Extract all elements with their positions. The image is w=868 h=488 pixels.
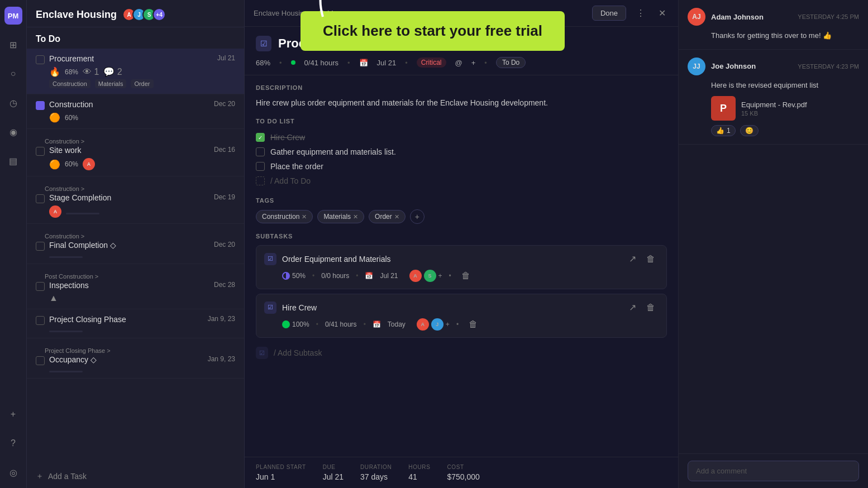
avatar-sm: A xyxy=(49,205,61,218)
subtask-group-label: Construction > xyxy=(36,182,235,193)
attachment-info: Equipment - Rev.pdf 15 KB xyxy=(741,101,807,117)
clock-icon[interactable]: ◷ xyxy=(4,94,22,112)
subtask-progress: 50% xyxy=(292,272,306,280)
task-checkbox[interactable] xyxy=(36,147,45,156)
column-label: To Do xyxy=(27,27,244,49)
inbox-icon[interactable]: ○ xyxy=(4,65,22,83)
progress-ring: 100% xyxy=(282,320,309,328)
done-button[interactable]: Done xyxy=(592,6,626,21)
task-checkbox[interactable] xyxy=(36,356,45,365)
tag-add-button[interactable]: + xyxy=(410,209,425,224)
todo-text: Place the order xyxy=(270,162,323,171)
list-item[interactable]: Construction > Site work Dec 16 🟠 60% A xyxy=(27,129,244,176)
comment-avatar: AJ xyxy=(688,8,705,26)
subtask-group-label: Post Construction > xyxy=(36,270,235,281)
subtask-meta: 50% • 0/0 hours • 📅 Jul 21 A S + • xyxy=(264,270,659,282)
progress-pct: 60% xyxy=(65,114,78,122)
subtasks-label: SUBTASKS xyxy=(256,233,667,240)
todo-text: Hire Crew xyxy=(270,133,305,142)
subtask-delete-sm[interactable]: 🗑 xyxy=(458,270,474,282)
list-item[interactable]: Project Closing Phase Jan 9, 23 xyxy=(27,309,244,338)
tag-construction[interactable]: Construction ✕ xyxy=(256,210,313,223)
detail-header: Enclave Housing > E-11 Done ⋮ ✕ xyxy=(245,0,678,27)
list-item[interactable]: Construction > Stage Completion Dec 19 A xyxy=(27,176,244,224)
project-title-row: Enclave Housing A J S +4 xyxy=(36,8,235,21)
close-button[interactable]: ✕ xyxy=(655,7,669,20)
list-item[interactable]: Project Closing Phase > Occupancy ◇ Jan … xyxy=(27,338,244,379)
tag-materials: Materials xyxy=(95,79,127,88)
add-assignee[interactable]: + xyxy=(438,272,442,280)
comment-item: AJ Adam Johnson YESTERDAY 4:25 PM Thanks… xyxy=(679,0,868,50)
task-checkbox[interactable] xyxy=(36,242,45,251)
task-list-header: Enclave Housing A J S +4 xyxy=(27,0,244,27)
progress-bar xyxy=(49,331,83,332)
project-title: Enclave Housing xyxy=(36,9,117,21)
hours-label: HOURS xyxy=(408,464,430,470)
due-value: Jul 21 xyxy=(323,472,344,481)
add-assignee[interactable]: + xyxy=(446,320,450,328)
cost-value: $750,000 xyxy=(447,472,479,481)
subtask-delete-sm[interactable]: 🗑 xyxy=(465,318,481,331)
task-name: Construction xyxy=(49,100,209,109)
progress-bar xyxy=(49,371,83,372)
attachment-thumb: P xyxy=(711,96,736,121)
home-icon[interactable]: ⊞ xyxy=(4,36,22,54)
subtask-name: Order Equipment and Materials xyxy=(282,255,620,264)
status-dot xyxy=(291,60,295,65)
tag-remove-materials[interactable]: ✕ xyxy=(353,213,358,221)
task-checkbox[interactable] xyxy=(36,282,45,291)
task-name: Site work xyxy=(49,146,209,155)
detail-hours: 0/41 hours xyxy=(304,59,338,67)
todo-checkbox[interactable] xyxy=(256,162,265,171)
comment-time: YESTERDAY 4:23 PM xyxy=(798,63,859,70)
detail-meta-row: 68% • 0/41 hours • 📅 Jul 21 • Critical @… xyxy=(245,57,678,75)
task-checkbox[interactable] xyxy=(36,101,45,110)
tag-materials[interactable]: Materials ✕ xyxy=(317,210,364,223)
add-icon[interactable]: + xyxy=(4,405,22,423)
task-date: Dec 28 xyxy=(214,281,235,289)
planned-start-value: Jun 1 xyxy=(256,472,306,481)
subtask-hours: 0/0 hours xyxy=(321,272,349,280)
detail-body: DESCRIPTION Hire crew plus order equipme… xyxy=(245,75,678,457)
tag-order[interactable]: Order ✕ xyxy=(369,210,406,223)
add-assign-icon[interactable]: + xyxy=(471,59,476,67)
due-label: DUE xyxy=(323,464,344,470)
list-item[interactable]: Procurement Jul 21 🔥 68% 👁 1 💬 2 Constru… xyxy=(27,49,244,94)
subtask-open-button[interactable]: ↗ xyxy=(626,252,640,265)
task-checkbox[interactable] xyxy=(36,194,45,203)
list-item[interactable]: Construction > Final Completion ◇ Dec 20 xyxy=(27,224,244,264)
tag-remove-construction[interactable]: ✕ xyxy=(302,213,307,221)
task-date: Jul 21 xyxy=(217,54,235,62)
comment-time: YESTERDAY 4:25 PM xyxy=(798,13,859,20)
list-item[interactable]: Post Construction > Inspections Dec 28 ▲ xyxy=(27,264,244,309)
help-icon[interactable]: ? xyxy=(4,434,22,452)
cost-label: COST xyxy=(447,464,479,470)
tag-remove-order[interactable]: ✕ xyxy=(394,213,399,221)
progress-icon: 🟠 xyxy=(49,159,60,170)
status-badge[interactable]: To Do xyxy=(496,57,526,68)
reaction-smile[interactable]: 😊 xyxy=(740,125,759,136)
assign-icon: @ xyxy=(455,59,462,67)
comment-input[interactable] xyxy=(688,461,859,481)
todo-checkbox[interactable]: ✓ xyxy=(256,133,265,142)
list-item[interactable]: Construction Dec 20 🟠 60% xyxy=(27,94,244,129)
task-name: Inspections xyxy=(49,281,209,290)
pm-logo[interactable]: PM xyxy=(4,7,22,25)
add-todo-button[interactable]: / Add To Do xyxy=(256,174,667,188)
task-name: Final Completion ◇ xyxy=(49,241,209,250)
avatar-sm: A xyxy=(83,158,95,170)
reaction-thumbsup[interactable]: 👍 1 xyxy=(711,125,736,136)
add-task-button[interactable]: ＋ Add a Task xyxy=(27,465,244,488)
add-subtask-button[interactable]: ☑ / Add Subtask xyxy=(256,342,667,363)
todo-checkbox[interactable] xyxy=(256,147,265,156)
more-button[interactable]: ⋮ xyxy=(633,7,648,20)
progress-icon: 🔥 xyxy=(49,66,60,77)
task-checkbox[interactable] xyxy=(36,316,45,325)
users-icon[interactable]: ◉ xyxy=(4,123,22,141)
folder-icon[interactable]: ▤ xyxy=(4,152,22,170)
user-icon[interactable]: ◎ xyxy=(4,463,22,481)
task-checkbox[interactable] xyxy=(36,55,45,64)
subtask-open-button[interactable]: ↗ xyxy=(626,301,640,314)
subtask-delete-button[interactable]: 🗑 xyxy=(643,302,659,314)
subtask-delete-button[interactable]: 🗑 xyxy=(643,253,659,265)
